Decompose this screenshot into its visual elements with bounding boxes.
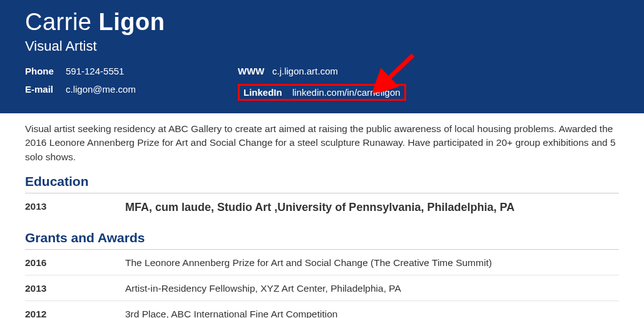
- grant-entry: 2012 3rd Place, ABC International Fine A…: [25, 301, 619, 318]
- grant-entry: 2013 Artist-in-Residency Fellowship, XYZ…: [25, 275, 619, 301]
- email-value: c.ligon@me.com: [66, 84, 136, 95]
- phone-value: 591-124-5551: [66, 66, 124, 76]
- grant-text: 3rd Place, ABC International Fine Art Co…: [125, 309, 619, 318]
- education-year: 2013: [25, 201, 125, 214]
- resume-body: Visual artist seeking residency at ABC G…: [0, 113, 644, 318]
- email-row: E-mail c.ligon@me.com: [25, 84, 238, 95]
- www-label: WWW: [238, 66, 266, 76]
- summary-text: Visual artist seeking residency at ABC G…: [25, 122, 619, 164]
- www-row: WWW c.j.ligon.art.com: [238, 66, 619, 76]
- www-value: c.j.ligon.art.com: [272, 66, 338, 76]
- contacts-left-column: Phone 591-124-5551 E-mail c.ligon@me.com: [25, 66, 238, 101]
- grant-year: 2016: [25, 257, 125, 269]
- contacts-right-column: WWW c.j.ligon.art.com LinkedIn linkedin.…: [238, 66, 619, 101]
- contacts-block: Phone 591-124-5551 E-mail c.ligon@me.com…: [25, 66, 619, 101]
- linkedin-label: LinkedIn: [243, 87, 286, 98]
- phone-label: Phone: [25, 66, 59, 76]
- email-label: E-mail: [25, 84, 59, 95]
- education-text: MFA, cum laude, Studio Art ,University o…: [125, 201, 619, 214]
- grant-entry: 2016 The Leonore Annenberg Prize for Art…: [25, 250, 619, 275]
- grant-year: 2012: [25, 309, 125, 318]
- grant-year: 2013: [25, 283, 125, 294]
- grant-text: The Leonore Annenberg Prize for Art and …: [125, 257, 619, 269]
- grant-text: Artist-in-Residency Fellowship, XYZ Art …: [125, 283, 619, 294]
- person-name: Carrie Ligon: [25, 9, 619, 36]
- education-entry: 2013 MFA, cum laude, Studio Art ,Univers…: [25, 193, 619, 220]
- job-title: Visual Artist: [25, 38, 619, 54]
- linkedin-highlight-box: LinkedIn linkedin.com/in/carrieligon: [238, 84, 406, 101]
- grants-heading: Grants and Awards: [25, 230, 619, 250]
- phone-row: Phone 591-124-5551: [25, 66, 238, 76]
- education-heading: Education: [25, 174, 619, 193]
- last-name: Ligon: [99, 9, 165, 35]
- first-name: Carrie: [25, 9, 91, 35]
- linkedin-row: LinkedIn linkedin.com/in/carrieligon: [238, 84, 619, 101]
- resume-header: Carrie Ligon Visual Artist Phone 591-124…: [0, 0, 644, 113]
- linkedin-value: linkedin.com/in/carrieligon: [292, 87, 401, 98]
